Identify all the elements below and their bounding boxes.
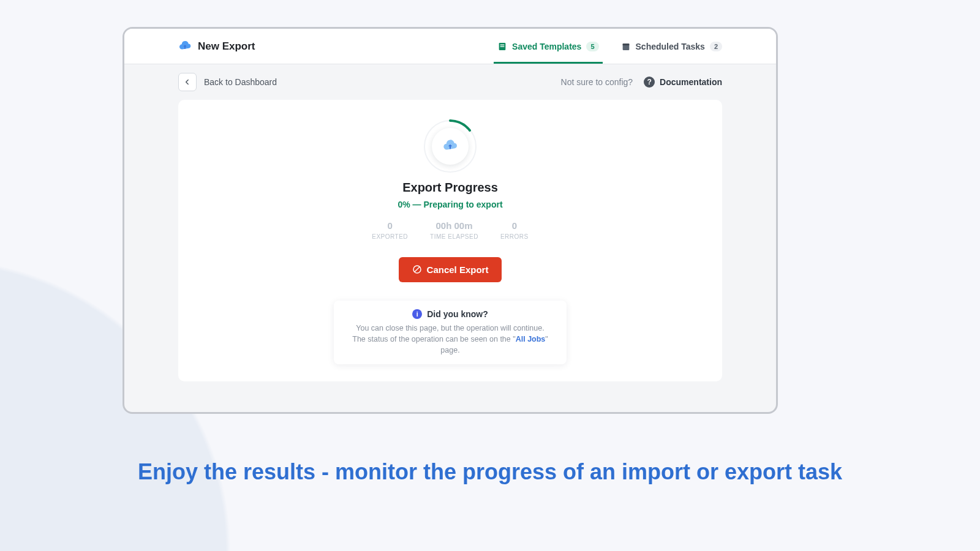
info-icon: i bbox=[412, 309, 422, 319]
back-label: Back to Dashboard bbox=[204, 77, 277, 87]
arrow-left-icon bbox=[183, 78, 192, 86]
tip-line1: You can close this page, but the operati… bbox=[356, 324, 544, 332]
back-button[interactable] bbox=[178, 73, 197, 91]
documentation-link[interactable]: ? Documentation bbox=[644, 77, 722, 88]
stat-value: 0 bbox=[500, 220, 529, 231]
tab-label: Scheduled Tasks bbox=[636, 42, 705, 51]
tip-line2-pre: The status of the operation can be seen … bbox=[352, 335, 515, 343]
tip-title: Did you know? bbox=[427, 309, 488, 319]
stat-errors: 0 ERRORS bbox=[500, 220, 529, 240]
tab-scheduled-tasks[interactable]: Scheduled Tasks 2 bbox=[621, 29, 722, 64]
cloud-upload-icon bbox=[178, 40, 192, 53]
tip-box: i Did you know? You can close this page,… bbox=[334, 301, 567, 364]
tab-label: Saved Templates bbox=[512, 42, 581, 51]
brand: New Export bbox=[178, 40, 255, 53]
cloud-upload-icon bbox=[442, 138, 458, 154]
tab-saved-templates[interactable]: Saved Templates 5 bbox=[497, 29, 598, 64]
help-area: Not sure to config? ? Documentation bbox=[561, 77, 722, 88]
svg-line-7 bbox=[415, 267, 420, 272]
svg-rect-2 bbox=[500, 46, 505, 47]
cancel-export-button[interactable]: Cancel Export bbox=[399, 257, 502, 282]
progress-card: Export Progress 0% — Preparing to export… bbox=[178, 100, 722, 381]
question-icon: ? bbox=[644, 77, 655, 88]
app-window: New Export Saved Templates 5 Scheduled T… bbox=[123, 27, 778, 414]
stat-label: TIME ELAPSED bbox=[430, 233, 478, 240]
header-tabs: Saved Templates 5 Scheduled Tasks 2 bbox=[497, 29, 722, 64]
template-icon bbox=[497, 42, 507, 51]
tip-body: You can close this page, but the operati… bbox=[345, 323, 556, 356]
tip-title-row: i Did you know? bbox=[345, 309, 556, 319]
stat-value: 00h 00m bbox=[430, 220, 478, 231]
svg-rect-4 bbox=[622, 43, 629, 45]
calendar-icon bbox=[621, 42, 631, 51]
stat-label: ERRORS bbox=[500, 233, 529, 240]
progress-stats: 0 EXPORTED 00h 00m TIME ELAPSED 0 ERRORS bbox=[372, 220, 528, 240]
stat-value: 0 bbox=[372, 220, 408, 231]
all-jobs-link[interactable]: All Jobs bbox=[516, 335, 546, 343]
cancel-icon bbox=[412, 264, 422, 274]
page-title: New Export bbox=[198, 40, 255, 53]
top-bar: New Export Saved Templates 5 Scheduled T… bbox=[124, 29, 776, 64]
stat-label: EXPORTED bbox=[372, 233, 408, 240]
svg-rect-1 bbox=[500, 44, 505, 45]
help-prompt: Not sure to config? bbox=[561, 77, 633, 87]
tab-count-badge: 5 bbox=[586, 42, 598, 51]
spinner-inner bbox=[432, 128, 469, 165]
progress-status: 0% — Preparing to export bbox=[398, 200, 502, 209]
progress-spinner bbox=[422, 118, 478, 165]
sub-bar: Back to Dashboard Not sure to config? ? … bbox=[124, 64, 776, 100]
marketing-tagline: Enjoy the results - monitor the progress… bbox=[0, 459, 980, 485]
stat-elapsed: 00h 00m TIME ELAPSED bbox=[430, 220, 478, 240]
documentation-label: Documentation bbox=[660, 77, 722, 87]
progress-title: Export Progress bbox=[402, 181, 498, 195]
cancel-label: Cancel Export bbox=[427, 264, 489, 275]
tab-count-badge: 2 bbox=[710, 42, 722, 51]
stat-exported: 0 EXPORTED bbox=[372, 220, 408, 240]
